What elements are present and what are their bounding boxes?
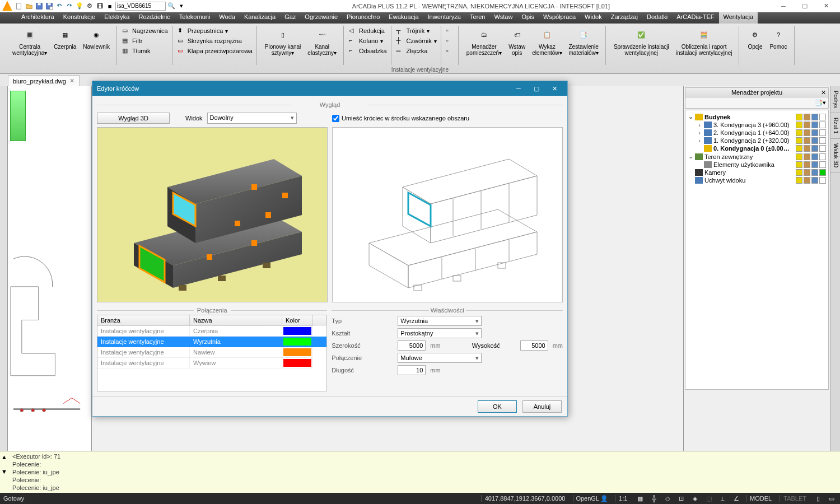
status-tablet[interactable]: TABLET [780, 495, 810, 502]
tree-expand-icon[interactable]: › [697, 137, 702, 144]
kolano-button[interactable]: ⌐Kolano ▾ [348, 36, 384, 45]
qat-dropdown-icon[interactable]: ▾ [177, 2, 186, 11]
tree-bulb-icon[interactable] [796, 129, 802, 136]
nawiewnik-button[interactable]: ◉Nawiewnik [80, 26, 113, 65]
color-swatch[interactable] [283, 359, 311, 367]
tree-row[interactable]: ⌄Budynek [687, 113, 827, 121]
tree-expand-icon[interactable]: ⌄ [688, 113, 693, 120]
tree-print-icon[interactable] [811, 137, 818, 144]
menu-woda[interactable]: Woda [214, 12, 240, 24]
pomoc-button[interactable]: ?Pomoc [766, 26, 790, 65]
grid-col-kolor[interactable]: Kolor [282, 315, 313, 326]
tree-lock-icon[interactable] [804, 122, 810, 128]
qat-search-icon[interactable]: 🔍 [167, 2, 176, 11]
tree-print-icon[interactable] [811, 153, 818, 160]
widok-select[interactable]: Dowolny [207, 113, 297, 124]
status-snap7-icon[interactable]: ⟂ [718, 495, 727, 502]
status-scroll1-icon[interactable]: ▯ [814, 495, 822, 502]
side-tab-widok3d[interactable]: Widok 3D [830, 139, 840, 172]
odsadzka-button[interactable]: ⌐Odsadzka [348, 46, 388, 55]
minimize-button[interactable]: ─ [776, 1, 791, 11]
document-tab[interactable]: biuro_przykład.dwg ✕ [8, 75, 80, 86]
redukcja-button[interactable]: ◁Redukcja [348, 26, 385, 35]
command-line[interactable]: ▲▼ <Executor id>: 71Polecenie:Polecenie:… [0, 451, 840, 493]
tree-expand-icon[interactable]: › [697, 122, 702, 128]
tab-close-icon[interactable]: ✕ [69, 77, 74, 85]
menu-wentylacja[interactable]: Wentylacja [719, 12, 758, 24]
tree-lock-icon[interactable] [804, 177, 810, 184]
menu-ogrzewanie[interactable]: Ogrzewanie [300, 12, 342, 24]
status-scale[interactable]: 1:1 [615, 495, 631, 502]
cmd-up-icon[interactable]: ▲ [1, 454, 9, 460]
ksztalt-select[interactable]: Prostokątny [398, 328, 482, 338]
grid-col-nazwa[interactable]: Nazwa [190, 315, 282, 326]
drawing-viewport[interactable]: ⏮◀▶⏭ Model Arkusz1 [8, 86, 92, 465]
tlumik-button[interactable]: ▥Tłumik [122, 46, 151, 55]
tree-bulb-icon[interactable] [796, 161, 802, 168]
menu-elektryka[interactable]: Elektryka [100, 12, 134, 24]
tree-lock-icon[interactable] [804, 129, 810, 136]
pion-kanal-button[interactable]: ▯Pionowy kanałsztywny▾ [262, 26, 304, 65]
tree-print-icon[interactable] [811, 129, 818, 136]
drawing-toolbox[interactable] [10, 91, 26, 141]
tree-bulb-icon[interactable] [796, 114, 802, 120]
tree-lock-icon[interactable] [804, 153, 810, 160]
tree-lock-icon[interactable] [804, 161, 810, 168]
close-button[interactable]: ✕ [819, 1, 833, 11]
tree-bulb-icon[interactable] [796, 137, 802, 144]
color-swatch[interactable] [283, 327, 311, 335]
zestawienie-button[interactable]: 📑Zestawieniemateriałów▾ [566, 26, 602, 65]
tree-print-icon[interactable] [811, 177, 818, 184]
tree-row[interactable]: ›2. Kondygnacja 1 (+640.00) [687, 129, 827, 137]
tree-print-icon[interactable] [811, 161, 818, 168]
tree-print-icon[interactable] [811, 114, 818, 120]
connections-grid[interactable]: Branża Nazwa Kolor Instalacje wentylacyj… [97, 315, 327, 391]
grid-row[interactable]: Instalacje wentylacyjneNawiew [97, 347, 326, 358]
umiesc-checkbox[interactable]: Umieść króciec w środku wskazanego obsza… [332, 115, 563, 122]
menu-ewakuacja[interactable]: Ewakuacja [384, 12, 423, 24]
anuluj-button[interactable]: Anuluj [522, 400, 562, 413]
tree-expand-icon[interactable]: › [697, 129, 702, 136]
qat-stop-icon[interactable]: ■ [105, 2, 114, 11]
grid-row[interactable]: Instalacje wentylacyjneWyrzutnia [97, 337, 326, 347]
tree-row[interactable]: ›1. Kondygnacja 2 (+320.00) [687, 137, 827, 144]
czerpnia-button[interactable]: ▦Czerpnia [50, 26, 80, 65]
menu-teren[interactable]: Teren [465, 12, 490, 24]
tree-bulb-icon[interactable] [796, 122, 802, 128]
grid-col-branza[interactable]: Branża [97, 315, 190, 326]
klapa-button[interactable]: ▭Klapa przeciwpożarowa [177, 46, 253, 55]
menu-konstrukcje[interactable]: Konstrukcje [59, 12, 100, 24]
ok-button[interactable]: OK [478, 400, 517, 413]
menu-kanalizacja[interactable]: Kanalizacja [240, 12, 280, 24]
tree-print-icon[interactable] [811, 122, 818, 128]
status-snap4-icon[interactable]: ⊡ [676, 495, 686, 502]
skrzynka-button[interactable]: ▭Skrzynka rozprężna [177, 36, 242, 45]
status-snap8-icon[interactable]: ∠ [731, 495, 741, 502]
grid-row[interactable]: Instalacje wentylacyjneWywiew [97, 358, 326, 368]
tree-color-icon[interactable] [819, 129, 826, 136]
tree-color-icon[interactable] [819, 161, 826, 168]
pol-select[interactable]: Mufowe [398, 353, 482, 363]
tree-row[interactable]: Kamery [687, 169, 827, 176]
menu-arcadia-tef[interactable]: ArCADia-TEF [672, 12, 718, 24]
side-tab-podrys[interactable]: Podrys [830, 86, 840, 113]
qat-bulb-icon[interactable]: 💡 [75, 2, 84, 11]
wykaz-button[interactable]: 📋Wykazelementów▾ [529, 26, 565, 65]
misc2-button[interactable]: ▫ [446, 36, 455, 45]
qat-redo-icon[interactable] [65, 2, 74, 11]
obliczenia-button[interactable]: 🧮Obliczenia i raportinstalacji wentylacy… [673, 26, 736, 65]
tree-print-icon[interactable] [811, 169, 818, 176]
wyglad3d-button[interactable]: Wygląd 3D [97, 113, 170, 124]
qat-gear-icon[interactable]: ⚙ [85, 2, 94, 11]
tree-row[interactable]: ⌄Teren zewnętrzny [687, 152, 827, 161]
qat-film-icon[interactable]: 🎞 [95, 2, 104, 11]
tree-bulb-icon[interactable] [796, 169, 802, 176]
tree-lock-icon[interactable] [804, 145, 810, 152]
dialog-minimize-icon[interactable]: ─ [510, 83, 527, 94]
grid-row[interactable]: Instalacje wentylacyjneCzerpnia [97, 326, 326, 337]
typ-select[interactable]: Wyrzutnia [398, 316, 482, 326]
status-snap3-icon[interactable]: ◇ [663, 495, 672, 502]
tree-bulb-icon[interactable] [796, 145, 802, 152]
side-tab-rzut[interactable]: Rzut 1 [830, 113, 840, 139]
tree-lock-icon[interactable] [804, 137, 810, 144]
